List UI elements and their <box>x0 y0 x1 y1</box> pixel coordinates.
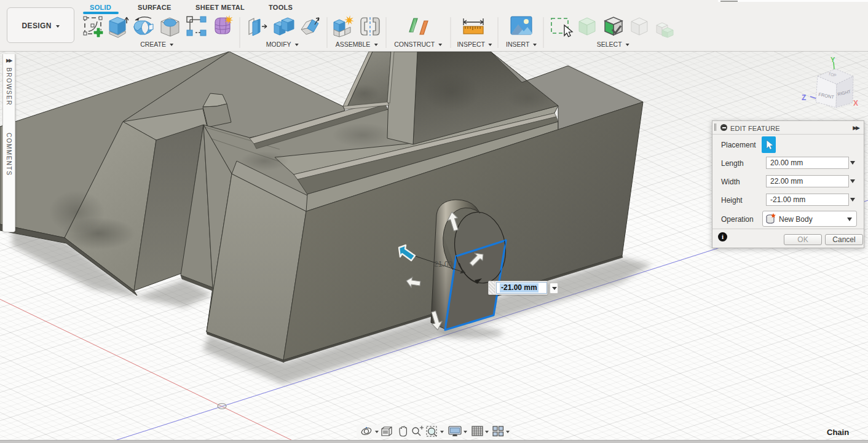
svg-text:21.00: 21.00 <box>434 260 452 269</box>
svg-text:X: X <box>853 99 858 108</box>
svg-text:Y: Y <box>831 56 835 63</box>
svg-text:Z: Z <box>802 93 806 102</box>
